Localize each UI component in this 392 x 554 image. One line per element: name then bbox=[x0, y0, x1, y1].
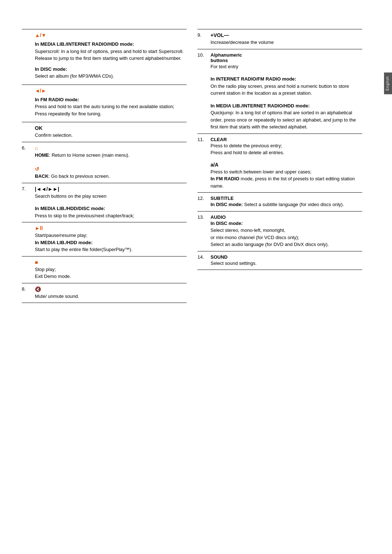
language-tab: English bbox=[384, 73, 392, 94]
symbol-left-right: ◄/► bbox=[35, 88, 187, 94]
entry-content: ►ll Start/pause/resume play;In MEDIA LIB… bbox=[35, 225, 187, 253]
entry-num-8: 8. bbox=[22, 286, 32, 300]
alphanumeric-text: For text entry bbox=[211, 63, 362, 70]
ok-text: Confirm selection. bbox=[35, 132, 187, 139]
bold-label: BACK bbox=[35, 173, 49, 179]
symbol-case: a/A bbox=[211, 162, 362, 168]
symbol-skip: |◄◄/►►| bbox=[35, 186, 187, 192]
entry-num bbox=[22, 125, 32, 139]
entry-content: CLEAR Press to delete the previous entry… bbox=[211, 137, 362, 190]
entry-content: 🔇 Mute/ unmute sound. bbox=[35, 286, 187, 300]
bold-label: In FM RADIO mode: bbox=[35, 97, 79, 102]
entry-clear: 11. CLEAR Press to delete the previous e… bbox=[197, 134, 362, 193]
entry-num bbox=[22, 32, 32, 82]
entry-content: ◄/► In FM RADIO mode:Press and hold to s… bbox=[35, 88, 187, 119]
entry-subtitle: 12. SUBTITLE In DISC mode: Select a subt… bbox=[197, 193, 362, 212]
symbol-ok: OK bbox=[35, 125, 187, 131]
entry-num bbox=[22, 259, 32, 280]
bold-label: In MEDIA LIB./INTERNET RADIO/HDD mode: bbox=[35, 41, 134, 47]
media-lib-text: In MEDIA LIB./INTERNET RADIO/HDD mode:Qu… bbox=[211, 102, 362, 131]
symbol-back: ↺ bbox=[35, 166, 187, 172]
internet-radio-text: In INTERNET RADIO/FM RADIO mode:On the r… bbox=[211, 75, 362, 97]
entry-content: ▲/▼ In MEDIA LIB./INTERNET RADIO/HDD mod… bbox=[35, 32, 187, 82]
bold-label: In MEDIA LIB./HDD/DISC mode: bbox=[35, 206, 105, 211]
entry-num bbox=[22, 88, 32, 119]
symbol-stop: ■ bbox=[35, 259, 187, 265]
audio-text: In DISC mode:Select stereo, mono-left, m… bbox=[211, 220, 362, 248]
bold-label: In DISC mode: bbox=[211, 202, 243, 207]
entry-num-6: 6. bbox=[22, 145, 32, 180]
entry-num-12: 12. bbox=[197, 196, 208, 208]
right-column: 9. +VOL— Increase/decrease the volume 10… bbox=[197, 29, 362, 525]
entry-play-pause: ►ll Start/pause/resume play;In MEDIA LIB… bbox=[22, 222, 187, 257]
entry-num-11: 11. bbox=[197, 137, 208, 190]
entry-num bbox=[22, 225, 32, 253]
entry-search-buttons: 7. |◄◄/►►| Search buttons on the play sc… bbox=[22, 183, 187, 223]
entry-content: AUDIO In DISC mode:Select stereo, mono-l… bbox=[211, 214, 362, 248]
entry-num-7: 7. bbox=[22, 186, 32, 219]
symbol-home: ⌂ bbox=[35, 145, 187, 151]
entry-content: ⌂ HOME: Return to Home screen (main menu… bbox=[35, 145, 187, 180]
audio-label: AUDIO bbox=[211, 214, 226, 220]
play-pause-text: Start/pause/resume play;In MEDIA LIB./HD… bbox=[35, 232, 187, 253]
bold-label: In INTERNET RADIO/FM RADIO mode: bbox=[211, 76, 296, 82]
symbol-vol: +VOL— bbox=[211, 32, 362, 38]
subtitle-label: SUBTITLE bbox=[211, 196, 234, 201]
bold-label: In FM RADIO bbox=[211, 176, 239, 181]
mute-text: Mute/ unmute sound. bbox=[35, 293, 187, 300]
bold-label: In MEDIA LIB./INTERNET RADIO/HDD mode: bbox=[211, 103, 310, 108]
entry-num-9: 9. bbox=[197, 32, 208, 46]
bold-label: In DISC mode: bbox=[211, 221, 243, 226]
symbol-mute: 🔇 bbox=[35, 286, 187, 292]
entry-content: Alphanumericbuttons For text entry In IN… bbox=[211, 52, 362, 131]
sound-label: SOUND bbox=[211, 254, 228, 260]
clear-text: Press to delete the previous entry;Press… bbox=[211, 142, 362, 156]
search-btn-text: Search buttons on the play screen bbox=[35, 193, 187, 200]
entry-home: 6. ⌂ HOME: Return to Home screen (main m… bbox=[22, 142, 187, 183]
sub-entry-text: In MEDIA LIB./INTERNET RADIO/HDD mode:Su… bbox=[35, 41, 187, 62]
entry-ok: OK Confirm selection. bbox=[22, 122, 187, 142]
entry-vol: 9. +VOL— Increase/decrease the volume bbox=[197, 29, 362, 49]
entry-content: |◄◄/►►| Search buttons on the play scree… bbox=[35, 186, 187, 219]
entry-content: +VOL— Increase/decrease the volume bbox=[211, 32, 362, 46]
sound-text: Select sound settings. bbox=[211, 260, 362, 267]
back-text: BACK: Go back to previous screen. bbox=[35, 173, 187, 180]
home-text: HOME: Return to Home screen (main menu). bbox=[35, 152, 187, 159]
bold-label: HOME bbox=[35, 152, 49, 158]
vol-text: Increase/decrease the volume bbox=[211, 39, 362, 46]
sub-entry-text: In DISC mode:Select an album (for MP3/WM… bbox=[35, 66, 187, 80]
entry-left-right: ◄/► In FM RADIO mode:Press and hold to s… bbox=[22, 85, 187, 123]
bold-label: In DISC mode: bbox=[35, 66, 67, 72]
entry-num-13: 13. bbox=[197, 214, 208, 248]
subtitle-text: In DISC mode: Select a subtitle language… bbox=[211, 201, 362, 208]
case-text: Press to switch between lower and upper … bbox=[211, 168, 362, 190]
entry-mute: 8. 🔇 Mute/ unmute sound. bbox=[22, 283, 187, 303]
media-lib-hdd-disc-text: In MEDIA LIB./HDD/DISC mode:Press to ski… bbox=[35, 205, 187, 219]
entry-up-down: ▲/▼ In MEDIA LIB./INTERNET RADIO/HDD mod… bbox=[22, 29, 187, 85]
sub-entry-media-lib: In MEDIA LIB./INTERNET RADIO/HDD mode:Su… bbox=[35, 39, 187, 64]
entry-alphanumeric: 10. Alphanumericbuttons For text entry I… bbox=[197, 49, 362, 134]
entry-content: SUBTITLE In DISC mode: Select a subtitle… bbox=[211, 196, 362, 208]
symbol-up-down: ▲/▼ bbox=[35, 32, 187, 38]
symbol-play-pause: ►ll bbox=[35, 225, 187, 231]
entry-num-10: 10. bbox=[197, 52, 208, 131]
entry-audio: 13. AUDIO In DISC mode:Select stereo, mo… bbox=[197, 212, 362, 251]
sub-entry-text: In FM RADIO mode:Press and hold to start… bbox=[35, 96, 187, 118]
entry-content: OK Confirm selection. bbox=[35, 125, 187, 139]
clear-label: CLEAR bbox=[211, 137, 227, 142]
entry-content: SOUND Select sound settings. bbox=[211, 254, 362, 267]
entry-sound: 14. SOUND Select sound settings. bbox=[197, 251, 362, 270]
left-column: ▲/▼ In MEDIA LIB./INTERNET RADIO/HDD mod… bbox=[22, 29, 187, 525]
stop-text: Stop play;Exit Demo mode. bbox=[35, 266, 187, 280]
alphanumeric-label: Alphanumericbuttons bbox=[211, 52, 242, 63]
sub-entry-fm: In FM RADIO mode:Press and hold to start… bbox=[35, 94, 187, 119]
sub-entry-disc: In DISC mode:Select an album (for MP3/WM… bbox=[35, 64, 187, 82]
entry-content: ■ Stop play;Exit Demo mode. bbox=[35, 259, 187, 280]
bold-label: In MEDIA LIB./HDD mode: bbox=[35, 240, 93, 245]
entry-stop: ■ Stop play;Exit Demo mode. bbox=[22, 257, 187, 283]
entry-num-14: 14. bbox=[197, 254, 208, 267]
